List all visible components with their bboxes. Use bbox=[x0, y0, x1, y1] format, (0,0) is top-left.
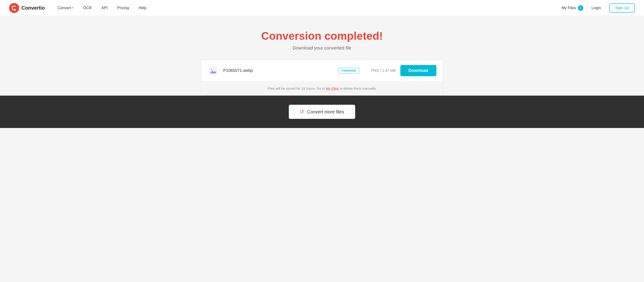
login-button[interactable]: Login bbox=[588, 4, 605, 12]
nav-api[interactable]: API bbox=[98, 4, 111, 12]
nav-ocr[interactable]: OCR bbox=[80, 4, 95, 12]
svg-point-0 bbox=[9, 3, 19, 13]
convert-more-section: ↺ Convert more files bbox=[0, 96, 644, 128]
nav-help[interactable]: Help bbox=[135, 4, 150, 12]
convert-more-button[interactable]: ↺ Convert more files bbox=[289, 105, 355, 119]
download-button[interactable]: Download bbox=[400, 65, 436, 76]
logo-icon bbox=[9, 3, 19, 13]
chevron-down-icon: ▾ bbox=[72, 6, 74, 9]
main-content: Conversion completed! Download your conv… bbox=[197, 16, 448, 96]
conversion-subtitle: Download your converted file bbox=[201, 46, 443, 51]
brand-name: Convertio bbox=[22, 5, 45, 11]
svg-point-3 bbox=[211, 69, 212, 70]
refresh-icon: ↺ bbox=[300, 109, 304, 115]
file-type-icon bbox=[208, 65, 219, 76]
file-card: P1065071.webp FINISHED PNG / 1.47 MB Dow… bbox=[201, 60, 443, 96]
file-info: PNG / 1.47 MB bbox=[364, 69, 396, 73]
file-row: P1065071.webp FINISHED PNG / 1.47 MB Dow… bbox=[202, 60, 443, 81]
nav-pricing[interactable]: Pricing bbox=[114, 4, 132, 12]
storage-note: Files will be stored for 24 hours. Go to… bbox=[202, 81, 443, 95]
my-files-badge: 1 bbox=[578, 5, 583, 11]
conversion-title: Conversion completed! bbox=[201, 30, 443, 42]
signup-button[interactable]: Sign Up bbox=[609, 4, 635, 12]
brand-logo[interactable]: Convertio bbox=[9, 3, 45, 13]
svg-rect-1 bbox=[209, 66, 218, 75]
my-files-link[interactable]: My Files bbox=[326, 86, 339, 90]
webp-icon bbox=[208, 66, 218, 76]
nav-links: Convert ▾ OCR API Pricing Help bbox=[54, 4, 562, 12]
nav-convert[interactable]: Convert ▾ bbox=[54, 4, 77, 12]
file-name: P1065071.webp bbox=[223, 68, 334, 73]
status-badge: FINISHED bbox=[338, 68, 359, 74]
navbar: Convertio Convert ▾ OCR API Pricing Help… bbox=[0, 0, 644, 16]
navbar-right: My Files 1 Login Sign Up bbox=[562, 4, 635, 12]
my-files-button[interactable]: My Files 1 bbox=[562, 5, 583, 11]
